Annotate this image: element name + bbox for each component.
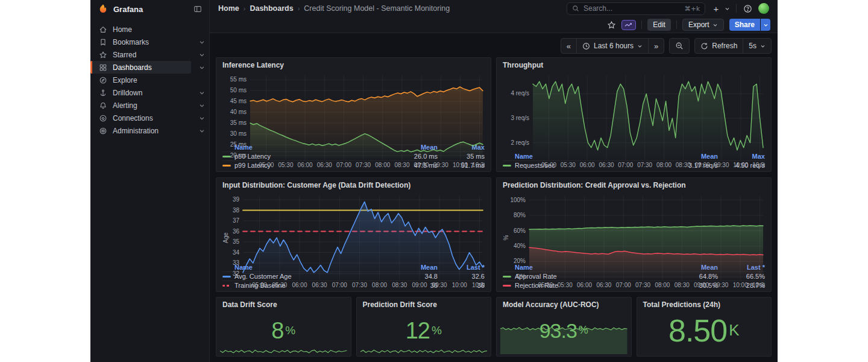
chevron-down-icon[interactable]: [195, 90, 209, 96]
svg-text:40 ms: 40 ms: [230, 109, 247, 115]
sidebar-item-administration[interactable]: Administration: [90, 124, 209, 137]
edit-button[interactable]: Edit: [647, 19, 671, 31]
chevron-down-icon[interactable]: [195, 52, 209, 58]
svg-text:08:30: 08:30: [392, 282, 407, 288]
svg-text:20 ms: 20 ms: [230, 152, 247, 159]
user-avatar[interactable]: [758, 3, 769, 14]
stat-sparkline: [500, 318, 627, 354]
breadcrumb: Home›Dashboards›Credit Scoring Model - S…: [218, 4, 561, 13]
sidebar-item-dashboards[interactable]: Dashboards: [90, 61, 209, 74]
svg-text:10:00: 10:00: [733, 282, 748, 288]
svg-text:36: 36: [233, 228, 240, 235]
help-icon[interactable]: [743, 4, 752, 13]
stat-panel-prediction-drift-score: Prediction Drift Score12%: [356, 297, 492, 357]
refresh-interval-chevron-icon: [760, 43, 766, 49]
share-chevron-button[interactable]: [761, 19, 770, 31]
svg-text:%: %: [503, 235, 509, 240]
time-range-picker[interactable]: Last 6 hours: [576, 39, 648, 53]
sidebar-item-explore[interactable]: Explore: [90, 74, 209, 86]
sidebar-item-home[interactable]: Home: [90, 23, 209, 36]
panel-title[interactable]: Input Distribution: Customer Age (Data D…: [222, 181, 485, 192]
svg-text:60%: 60%: [514, 227, 526, 234]
add-new-icon[interactable]: +: [711, 4, 721, 13]
sidebar-item-alerting[interactable]: Alerting: [90, 99, 209, 112]
refresh-interval-dropdown[interactable]: 5s: [743, 39, 771, 53]
search-icon: [572, 5, 579, 12]
favorite-star-icon[interactable]: [606, 20, 616, 30]
chevron-down-icon[interactable]: [195, 128, 209, 134]
star-icon: [99, 51, 107, 59]
sidebar-header: Grafana: [90, 0, 209, 18]
zoom-out-button[interactable]: [670, 39, 689, 53]
search-input[interactable]: Search... ⌘+k: [567, 2, 705, 15]
svg-text:10:30: 10:30: [752, 282, 765, 288]
search-placeholder: Search...: [583, 4, 681, 13]
panel-title[interactable]: Throughput: [503, 61, 765, 72]
chevron-down-icon[interactable]: [195, 39, 209, 45]
sidebar-item-label: Home: [113, 25, 132, 34]
svg-text:07:00: 07:00: [332, 282, 347, 288]
svg-text:07:00: 07:00: [618, 162, 633, 168]
throughput-chart[interactable]: 2 req/s3 req/s4 req/s05:0005:3006:0006:3…: [503, 72, 765, 151]
svg-text:2 req/s: 2 req/s: [511, 139, 529, 146]
share-button-label: Share: [735, 21, 755, 29]
chevron-down-icon[interactable]: [195, 115, 209, 121]
svg-text:07:00: 07:00: [616, 282, 631, 288]
actions-divider-2: [676, 21, 677, 29]
stat-panel-total-predictions-24h-: Total Predictions (24h)8.50K: [637, 297, 772, 357]
edit-button-label: Edit: [653, 21, 665, 29]
sidebar-item-bookmarks[interactable]: Bookmarks: [90, 36, 209, 48]
sidebar-item-label: Connections: [113, 114, 153, 122]
svg-text:09:00: 09:00: [414, 162, 429, 168]
svg-text:08:00: 08:00: [375, 162, 390, 168]
stat-value-wrap: 8.50K: [637, 308, 772, 352]
refresh-button[interactable]: Refresh: [695, 39, 743, 53]
svg-text:09:30: 09:30: [713, 282, 728, 288]
sidebar-item-label: Bookmarks: [113, 38, 149, 46]
breadcrumb-item[interactable]: Dashboards: [250, 4, 293, 13]
breadcrumb-item[interactable]: Home: [218, 4, 239, 13]
panel-inference-latency: Inference Latency 20 ms25 ms30 ms35 ms40…: [216, 57, 491, 172]
share-button[interactable]: Share: [729, 19, 760, 31]
svg-text:06:00: 06:00: [292, 282, 307, 288]
svg-text:06:30: 06:30: [312, 282, 327, 288]
svg-text:10:30: 10:30: [472, 162, 485, 168]
prediction-distribution-chart[interactable]: 0%20%40%60%80%100%05:0005:3006:0006:3007…: [503, 192, 765, 262]
sidebar-item-starred[interactable]: Starred: [90, 48, 209, 61]
insights-pulse-icon[interactable]: [621, 20, 636, 30]
svg-text:45 ms: 45 ms: [230, 98, 247, 104]
svg-text:09:30: 09:30: [433, 162, 448, 168]
time-range-label: Last 6 hours: [594, 42, 634, 50]
panel-grid: Inference Latency 20 ms25 ms30 ms35 ms40…: [216, 57, 772, 292]
svg-text:06:30: 06:30: [317, 162, 332, 168]
sidebar: Grafana HomeBookmarksStarredDashboardsEx…: [90, 0, 210, 362]
svg-text:05:30: 05:30: [272, 282, 287, 288]
customer-age-chart[interactable]: 323334353637383905:0005:3006:0006:3007:0…: [222, 192, 485, 262]
export-button-label: Export: [688, 21, 709, 29]
svg-text:08:30: 08:30: [675, 282, 690, 288]
inference-latency-chart[interactable]: 20 ms25 ms30 ms35 ms40 ms45 ms50 ms55 ms…: [222, 72, 485, 142]
sidebar-item-label: Dashboards: [113, 63, 152, 72]
svg-text:05:00: 05:00: [541, 162, 556, 168]
panel-title[interactable]: Prediction Distribution: Credit Approval…: [503, 181, 765, 192]
time-shift-forward-button[interactable]: »: [648, 39, 664, 53]
chevron-down-icon[interactable]: [195, 103, 209, 109]
add-new-chevron-icon[interactable]: [725, 6, 730, 11]
svg-text:05:30: 05:30: [278, 162, 293, 168]
stat-unit: %: [285, 324, 295, 337]
panel-prediction-distribution: Prediction Distribution: Credit Approval…: [496, 177, 772, 292]
time-shift-back-button[interactable]: «: [561, 39, 576, 53]
dashboard-canvas: « Last 6 hours »: [210, 33, 778, 362]
svg-text:50 ms: 50 ms: [230, 87, 247, 94]
plug-icon: [99, 114, 107, 122]
dock-sidebar-icon[interactable]: [193, 5, 202, 13]
export-button[interactable]: Export: [682, 19, 724, 31]
sidebar-item-drilldown[interactable]: Drilldown: [90, 86, 209, 99]
main-area: Home›Dashboards›Credit Scoring Model - S…: [210, 0, 778, 362]
grafana-app: Grafana HomeBookmarksStarredDashboardsEx…: [90, 0, 778, 362]
panel-title[interactable]: Inference Latency: [222, 61, 485, 72]
stat-value-wrap: 12%: [357, 308, 491, 352]
chevron-down-icon[interactable]: [195, 65, 209, 71]
compass-icon: [99, 76, 107, 84]
sidebar-item-connections[interactable]: Connections: [90, 112, 209, 124]
